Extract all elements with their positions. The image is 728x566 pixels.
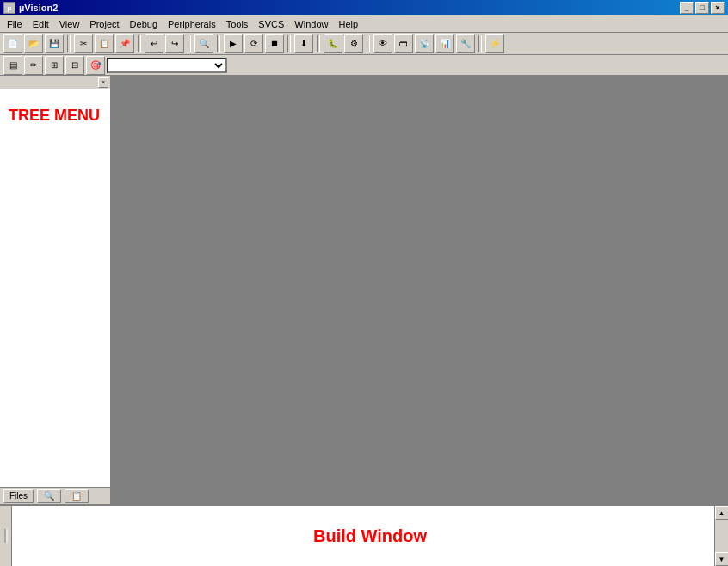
menu-help[interactable]: Help: [333, 17, 363, 31]
title-bar: μ µVision2 _ □ ×: [0, 0, 728, 15]
paste-icon: 📌: [118, 37, 132, 51]
toolbar2-btn3[interactable]: ⊞: [45, 56, 64, 75]
panel-tab-templates[interactable]: 📋: [65, 489, 89, 503]
menu-peripherals[interactable]: Peripherals: [163, 17, 221, 31]
toolbar-main: 📄 📂 💾 ✂ 📋 📌 ↩ ↪ 🔍 ▶ ⟳ ⏹ ⬇ 🐛 ⚙: [0, 33, 728, 55]
tb2-icon3: ⊞: [47, 58, 61, 72]
menu-window[interactable]: Window: [289, 17, 333, 31]
debug2-icon: ⚙: [347, 37, 361, 51]
serial-icon: 📡: [417, 37, 431, 51]
panel-tab-files[interactable]: Files: [3, 489, 34, 503]
toolbar-paste-button[interactable]: 📌: [115, 34, 134, 53]
watch-icon: 👁: [376, 37, 390, 51]
toolbar-debug2-button[interactable]: ⚙: [344, 34, 363, 53]
menu-debug[interactable]: Debug: [125, 17, 163, 31]
build-icon: ▶: [226, 37, 240, 51]
run-icon: ⚡: [488, 37, 502, 51]
menu-edit[interactable]: Edit: [28, 17, 54, 31]
new-file-icon: 📄: [6, 37, 20, 51]
target-select[interactable]: [107, 58, 227, 73]
left-panel: × TREE MENU Files 🔍 📋: [0, 76, 112, 504]
maximize-button[interactable]: □: [695, 2, 709, 14]
tb2-icon2: ✏: [27, 58, 40, 72]
main-area: × TREE MENU Files 🔍 📋: [0, 76, 728, 566]
content-area: × TREE MENU Files 🔍 📋: [0, 76, 728, 504]
find-icon: 🔍: [197, 37, 211, 51]
debug-icon: 🐛: [326, 37, 340, 51]
toolbar-memory-button[interactable]: 🗃: [394, 34, 413, 53]
separator-6: [317, 35, 320, 52]
toolbar2-btn2[interactable]: ✏: [24, 56, 43, 75]
separator-2: [138, 35, 141, 52]
build-window-panel: Build Window ▲ ▼: [0, 504, 728, 566]
title-bar-controls: _ □ ×: [680, 2, 725, 14]
toolbar2-btn4[interactable]: ⊟: [65, 56, 84, 75]
toolbar-cut-button[interactable]: ✂: [74, 34, 93, 53]
redo-icon: ↪: [168, 37, 182, 51]
toolbar-serial-button[interactable]: 📡: [415, 34, 434, 53]
scroll-track[interactable]: [715, 520, 729, 552]
toolbar-stop-button[interactable]: ⏹: [265, 34, 284, 53]
rebuild-icon: ⟳: [247, 37, 261, 51]
toolbar-perf-button[interactable]: 📊: [435, 34, 454, 53]
toolbar2-btn1[interactable]: ▤: [3, 56, 22, 75]
menu-file[interactable]: File: [2, 17, 28, 31]
close-button[interactable]: ×: [711, 2, 725, 14]
minimize-button[interactable]: _: [680, 2, 694, 14]
toolbar-find-button[interactable]: 🔍: [194, 34, 213, 53]
panel-tab-search[interactable]: 🔍: [37, 489, 61, 503]
toolbar-undo-button[interactable]: ↩: [145, 34, 163, 53]
build-window-scrollbar: ▲ ▼: [714, 506, 728, 566]
panel-resize-handle[interactable]: [0, 506, 12, 566]
build-window-label: Build Window: [313, 526, 427, 546]
stop-icon: ⏹: [268, 37, 281, 51]
separator-4: [217, 35, 220, 52]
toolbar-copy-button[interactable]: 📋: [95, 34, 114, 53]
menu-view[interactable]: View: [54, 17, 85, 31]
separator-3: [188, 35, 191, 52]
performance-icon: 📊: [438, 37, 452, 51]
open-file-icon: 📂: [27, 37, 40, 51]
templates-tab-icon: 📋: [71, 490, 83, 502]
toolbar-rebuild-button[interactable]: ⟳: [244, 34, 263, 53]
separator-5: [287, 35, 291, 52]
build-window-content: Build Window: [0, 506, 728, 566]
cut-icon: ✂: [77, 37, 90, 51]
undo-icon: ↩: [147, 37, 161, 51]
toolbar-download-button[interactable]: ⬇: [294, 34, 313, 53]
scroll-down-button[interactable]: ▼: [715, 552, 729, 566]
toolbar-build-button[interactable]: ▶: [224, 34, 243, 53]
menu-bar: File Edit View Project Debug Peripherals…: [0, 15, 728, 33]
editor-area[interactable]: [112, 76, 728, 504]
toolbar-logic-button[interactable]: 🔧: [456, 34, 475, 53]
title-bar-title: µVision2: [19, 3, 58, 13]
tb2-icon1: ▤: [6, 58, 20, 72]
scroll-up-button[interactable]: ▲: [715, 506, 729, 520]
toolbar-redo-button[interactable]: ↪: [165, 34, 184, 53]
left-panel-header: ×: [0, 76, 110, 89]
logic-icon: 🔧: [459, 37, 472, 51]
memory-icon: 🗃: [397, 37, 410, 51]
files-tab-label: Files: [9, 491, 28, 501]
save-icon: 💾: [47, 37, 61, 51]
toolbar-save-button[interactable]: 💾: [45, 34, 64, 53]
toolbar-secondary: ▤ ✏ ⊞ ⊟ 🎯: [0, 55, 728, 76]
left-panel-close-button[interactable]: ×: [98, 77, 108, 88]
toolbar-watch-button[interactable]: 👁: [373, 34, 392, 53]
menu-tools[interactable]: Tools: [221, 17, 254, 31]
toolbar2-btn5[interactable]: 🎯: [86, 56, 105, 75]
download-icon: ⬇: [297, 37, 311, 51]
toolbar-debug-button[interactable]: 🐛: [324, 34, 342, 53]
menu-svcs[interactable]: SVCS: [253, 17, 289, 31]
menu-project[interactable]: Project: [84, 17, 124, 31]
toolbar-new-button[interactable]: 📄: [3, 34, 22, 53]
tree-menu-label: TREE MENU: [0, 89, 110, 142]
toolbar-run-button[interactable]: ⚡: [485, 34, 504, 53]
toolbar-open-button[interactable]: 📂: [24, 34, 43, 53]
app-icon: μ: [3, 2, 15, 14]
tb2-icon4: ⊟: [68, 58, 82, 72]
separator-8: [478, 35, 482, 52]
title-bar-title-group: μ µVision2: [3, 2, 58, 14]
search-tab-icon: 🔍: [43, 490, 55, 502]
tb2-icon5: 🎯: [89, 58, 102, 72]
